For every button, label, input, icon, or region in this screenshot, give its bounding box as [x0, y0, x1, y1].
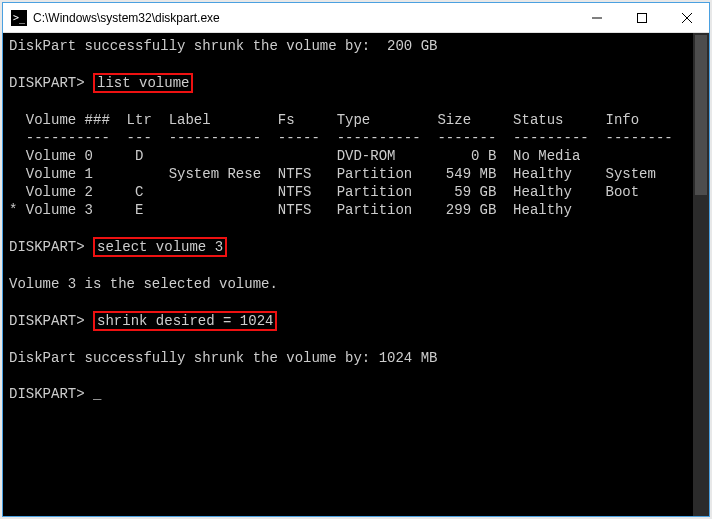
- table-divider: ---------- --- ----------- ----- -------…: [9, 130, 673, 146]
- table-row: Volume 1 System Rese NTFS Partition 549 …: [9, 166, 656, 182]
- cmd-icon: [11, 10, 27, 26]
- table-header: Volume ### Ltr Label Fs Type Size Status…: [9, 112, 639, 128]
- prompt: DISKPART>: [9, 313, 85, 329]
- cmd-list-volume: list volume: [93, 73, 193, 93]
- table-row: Volume 2 C NTFS Partition 59 GB Healthy …: [9, 184, 639, 200]
- maximize-button[interactable]: [619, 3, 664, 32]
- svg-rect-1: [637, 13, 646, 22]
- prompt: DISKPART>: [9, 75, 85, 91]
- table-row: Volume 0 D DVD-ROM 0 B No Media: [9, 148, 580, 164]
- scrollbar[interactable]: [693, 33, 709, 516]
- prompt: DISKPART>: [9, 386, 85, 402]
- prompt: DISKPART>: [9, 239, 85, 255]
- close-button[interactable]: [664, 3, 709, 32]
- output-line: DiskPart successfully shrunk the volume …: [9, 350, 437, 366]
- scrollbar-thumb[interactable]: [695, 35, 707, 195]
- terminal[interactable]: DiskPart successfully shrunk the volume …: [3, 33, 709, 516]
- output-line: DiskPart successfully shrunk the volume …: [9, 38, 437, 54]
- titlebar[interactable]: C:\Windows\system32\diskpart.exe: [3, 3, 709, 33]
- cmd-select-volume: select volume 3: [93, 237, 227, 257]
- output-line: Volume 3 is the selected volume.: [9, 276, 278, 292]
- table-row: * Volume 3 E NTFS Partition 299 GB Healt…: [9, 202, 572, 218]
- cursor: _: [93, 386, 101, 402]
- cmd-shrink: shrink desired = 1024: [93, 311, 277, 331]
- window-controls: [574, 3, 709, 32]
- window-title: C:\Windows\system32\diskpart.exe: [33, 11, 574, 25]
- minimize-button[interactable]: [574, 3, 619, 32]
- diskpart-window: C:\Windows\system32\diskpart.exe DiskPar…: [2, 2, 710, 517]
